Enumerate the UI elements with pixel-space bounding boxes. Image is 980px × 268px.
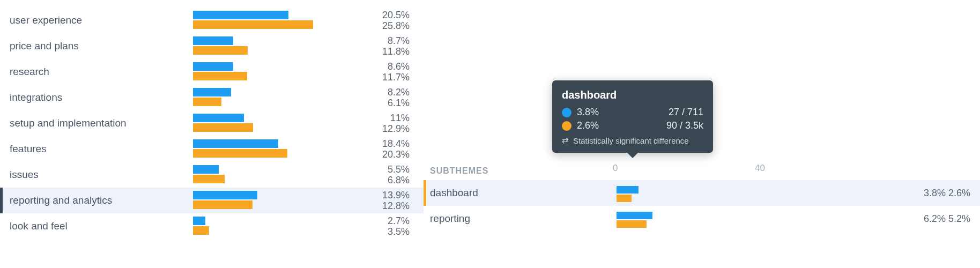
theme-label: price and plans — [0, 40, 193, 52]
subtheme-label: reporting — [424, 213, 617, 225]
theme-row[interactable]: setup and implementation 11% 12.9% — [0, 110, 424, 136]
theme-row[interactable]: features 18.4% 20.3% — [0, 136, 424, 162]
theme-bars — [193, 136, 332, 162]
bar-series-b — [193, 20, 313, 29]
theme-bars — [193, 59, 332, 85]
theme-values: 8.2% 6.1% — [332, 87, 413, 108]
bar-series-a — [193, 191, 257, 199]
theme-values: 11% 12.9% — [332, 113, 413, 134]
theme-bars — [193, 85, 332, 110]
bar-series-b — [193, 72, 247, 80]
theme-row[interactable]: issues 5.5% 6.8% — [0, 162, 424, 188]
tooltip-pct: 3.8% — [577, 107, 599, 118]
bar-series-b — [193, 175, 225, 183]
series-dot-a — [562, 108, 571, 117]
theme-bars — [193, 213, 332, 239]
bar-series-b — [193, 123, 253, 132]
theme-values: 8.7% 11.8% — [332, 35, 413, 57]
theme-label: issues — [0, 169, 193, 181]
bar-series-b — [193, 200, 253, 209]
subtheme-row[interactable]: reporting 6.2% 5.2% — [424, 206, 980, 232]
theme-bars — [193, 188, 332, 213]
series-dot-b — [562, 121, 571, 131]
theme-row[interactable]: look and feel 2.7% 3.5% — [0, 213, 424, 239]
theme-bars — [193, 162, 332, 188]
tooltip-row: 2.6% 90 / 3.5k — [562, 120, 703, 131]
theme-bars — [193, 110, 332, 136]
theme-bars — [193, 8, 332, 33]
theme-bars — [193, 33, 332, 59]
tooltip-ratio: 27 / 711 — [669, 107, 703, 118]
subtheme-values: 3.8% 2.6% — [906, 188, 970, 198]
bar-series-b — [193, 98, 221, 106]
tooltip-note: ⇄ Statistically significant difference — [562, 136, 703, 145]
subtheme-header: SUBTHEMES — [424, 166, 617, 176]
theme-row[interactable]: integrations 8.2% 6.1% — [0, 85, 424, 110]
bar-series-a — [617, 186, 639, 193]
subtheme-row-selected[interactable]: dashboard 3.8% 2.6% — [424, 180, 980, 206]
swap-icon: ⇄ — [562, 136, 569, 145]
theme-label: reporting and analytics — [0, 195, 193, 206]
theme-label: features — [0, 143, 193, 155]
bar-series-b — [617, 220, 647, 228]
tooltip-note-text: Statistically significant difference — [573, 136, 689, 145]
bar-series-a — [193, 165, 219, 174]
tooltip-ratio: 90 / 3.5k — [666, 120, 703, 131]
subtheme-values: 6.2% 5.2% — [906, 214, 970, 224]
theme-row[interactable]: research 8.6% 11.7% — [0, 59, 424, 85]
theme-label: user experience — [0, 14, 193, 26]
bar-series-a — [193, 36, 233, 45]
axis-tick: 0 — [613, 163, 618, 174]
theme-values: 2.7% 3.5% — [332, 215, 413, 237]
bar-series-a — [193, 139, 278, 148]
bar-series-a — [193, 11, 288, 19]
subtheme-bars — [617, 183, 906, 203]
bar-series-b — [193, 46, 248, 55]
subtheme-bars — [617, 209, 906, 229]
theme-label: setup and implementation — [0, 117, 193, 129]
bar-series-a — [193, 114, 244, 122]
axis-tick: 40 — [755, 163, 765, 174]
theme-values: 5.5% 6.8% — [332, 164, 413, 185]
subtheme-rows: dashboard 3.8% 2.6% reporting 6.2% 5.2% — [424, 180, 980, 232]
tooltip-row: 3.8% 27 / 711 — [562, 107, 703, 118]
tooltip-pct: 2.6% — [577, 120, 599, 131]
theme-values: 18.4% 20.3% — [332, 138, 413, 160]
bar-series-b — [193, 149, 287, 158]
theme-values: 13.9% 12.8% — [332, 190, 413, 211]
tooltip: dashboard 3.8% 27 / 711 2.6% 90 / 3.5k ⇄… — [552, 80, 713, 153]
main-theme-chart: user experience 20.5% 25.8% price and pl… — [0, 0, 424, 239]
subtheme-header-row: SUBTHEMES — [424, 162, 980, 180]
theme-row[interactable]: user experience 20.5% 25.8% — [0, 8, 424, 33]
theme-label: look and feel — [0, 220, 193, 232]
theme-values: 20.5% 25.8% — [332, 10, 413, 31]
bar-series-a — [193, 62, 233, 71]
theme-label: research — [0, 66, 193, 78]
subtheme-label: dashboard — [424, 187, 617, 199]
bar-series-a — [193, 88, 231, 96]
theme-row-selected[interactable]: reporting and analytics 13.9% 12.8% — [0, 188, 424, 213]
bar-series-a — [617, 212, 652, 219]
bar-series-b — [193, 226, 209, 235]
theme-label: integrations — [0, 92, 193, 103]
bar-series-a — [193, 217, 205, 225]
bar-series-b — [617, 195, 632, 202]
theme-row[interactable]: price and plans 8.7% 11.8% — [0, 33, 424, 59]
tooltip-title: dashboard — [562, 89, 703, 101]
theme-values: 8.6% 11.7% — [332, 61, 413, 83]
